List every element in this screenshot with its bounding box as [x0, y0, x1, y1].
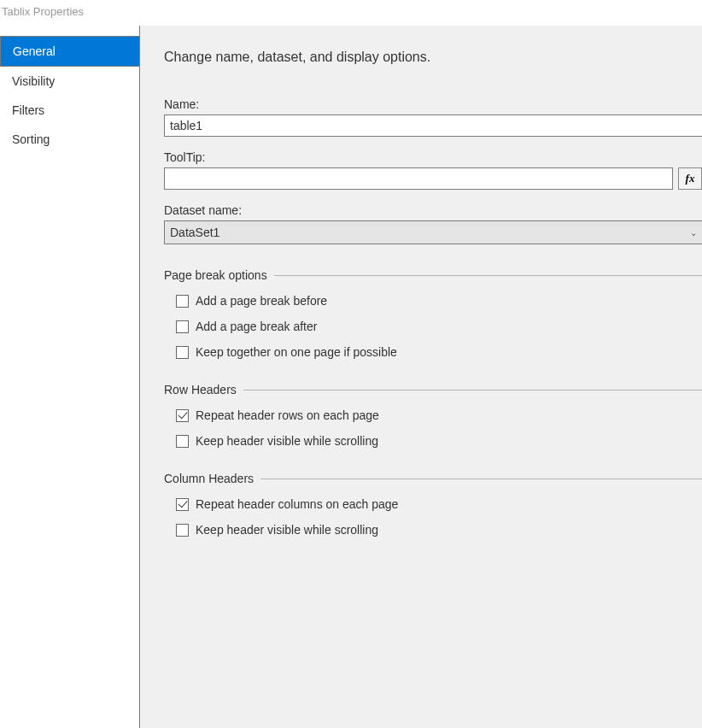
- checkbox-label: Add a page break before: [196, 294, 327, 308]
- checkbox-repeat-column-headers[interactable]: Repeat header columns on each page: [176, 497, 702, 511]
- window-title: Tablix Properties: [0, 0, 702, 26]
- checkbox-icon: [176, 524, 189, 537]
- checkbox-label: Keep together on one page if possible: [196, 345, 397, 359]
- sidebar-item-filters[interactable]: Filters: [0, 96, 139, 125]
- fx-button[interactable]: fx: [678, 167, 702, 190]
- page-heading: Change name, dataset, and display option…: [164, 50, 702, 65]
- checkbox-label: Repeat header columns on each page: [196, 497, 398, 511]
- tooltip-input-row: fx: [164, 167, 702, 190]
- sidebar: General Visibility Filters Sorting: [0, 26, 139, 728]
- sidebar-item-label: General: [13, 44, 56, 58]
- dataset-row: Dataset name: DataSet1 ⌄: [164, 203, 702, 244]
- sidebar-item-label: Visibility: [12, 74, 55, 88]
- checkbox-page-break-after[interactable]: Add a page break after: [176, 320, 702, 333]
- checkbox-icon: [176, 435, 189, 448]
- sidebar-item-visibility[interactable]: Visibility: [0, 67, 139, 96]
- divider: [243, 390, 702, 390]
- group-header: Row Headers: [164, 383, 702, 396]
- divider: [274, 275, 702, 276]
- checkbox-icon: [176, 346, 189, 359]
- checkbox-keep-row-header-visible[interactable]: Keep header visible while scrolling: [176, 434, 702, 448]
- checkbox-page-break-before[interactable]: Add a page break before: [176, 294, 702, 308]
- checkbox-repeat-row-headers[interactable]: Repeat header rows on each page: [176, 408, 702, 422]
- group-header: Page break options: [164, 268, 702, 282]
- sidebar-item-label: Sorting: [12, 132, 50, 146]
- sidebar-item-sorting[interactable]: Sorting: [0, 125, 139, 154]
- checkbox-icon: [176, 498, 189, 511]
- group-title: Page break options: [164, 268, 274, 282]
- checkbox-keep-column-header-visible[interactable]: Keep header visible while scrolling: [176, 523, 702, 537]
- checkbox-label: Keep header visible while scrolling: [196, 434, 378, 448]
- tooltip-label: ToolTip:: [164, 150, 702, 164]
- name-row: Name:: [164, 97, 702, 137]
- checkbox-label: Add a page break after: [196, 320, 317, 333]
- divider: [260, 478, 702, 479]
- dataset-label: Dataset name:: [164, 203, 702, 217]
- name-input[interactable]: [164, 114, 702, 137]
- group-header: Column Headers: [164, 472, 702, 485]
- group-title: Row Headers: [164, 383, 243, 396]
- row-headers-group: Row Headers Repeat header rows on each p…: [164, 383, 702, 448]
- page-break-group: Page break options Add a page break befo…: [164, 268, 702, 359]
- tooltip-input[interactable]: [164, 167, 673, 190]
- main-panel: Change name, dataset, and display option…: [139, 26, 702, 728]
- sidebar-item-label: Filters: [12, 103, 44, 117]
- layout: General Visibility Filters Sorting Chang…: [0, 26, 702, 728]
- name-label: Name:: [164, 97, 702, 111]
- dataset-select-wrap: DataSet1 ⌄: [164, 220, 702, 244]
- sidebar-item-general[interactable]: General: [0, 36, 139, 67]
- tooltip-row: ToolTip: fx: [164, 150, 702, 190]
- fx-icon: fx: [686, 172, 695, 185]
- checkbox-icon: [176, 320, 189, 333]
- checkbox-label: Repeat header rows on each page: [196, 408, 379, 422]
- checkbox-icon: [176, 409, 189, 422]
- column-headers-group: Column Headers Repeat header columns on …: [164, 472, 702, 537]
- checkbox-label: Keep header visible while scrolling: [196, 523, 378, 537]
- checkbox-icon: [176, 295, 189, 308]
- dataset-select[interactable]: DataSet1: [164, 220, 702, 244]
- group-title: Column Headers: [164, 472, 260, 485]
- checkbox-keep-together[interactable]: Keep together on one page if possible: [176, 345, 702, 359]
